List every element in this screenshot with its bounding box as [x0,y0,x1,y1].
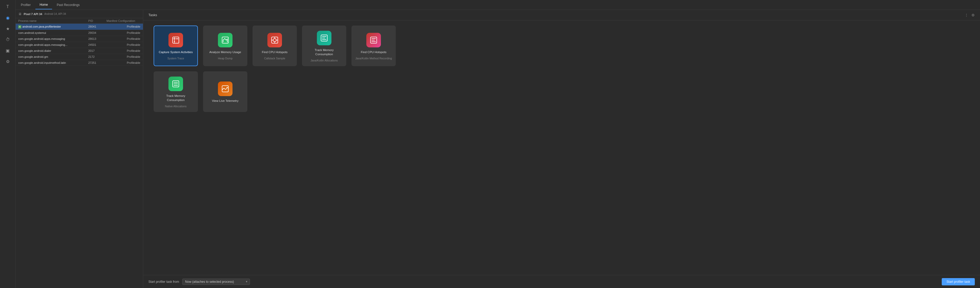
tabs-bar: ProfilerHomePast Recordings [16,0,980,10]
process-table: Aandroid.com.java.profilertester28041Pro… [16,24,143,288]
task-icon-system-trace [169,33,183,48]
android-icon: A [18,25,21,29]
process-manifest: Profileable [107,37,140,40]
task-title-live-telemetry: View Live Telemetry [212,99,239,103]
split-pane: 🖥 Pixel 7 API 34 Android 14, API 34 Proc… [16,10,980,288]
process-pid: 28613 [88,37,107,40]
device-name: Pixel 7 API 34 [24,13,42,16]
process-row[interactable]: com.google.android.apps.messaging28613Pr… [16,36,143,42]
process-manifest: Profileable [107,43,140,46]
dropdown-wrapper: Now (attaches to selected process)Proces… [182,278,250,285]
task-title-heap-dump: Analyze Memory Usage [209,50,241,54]
task-icon-java-kotlin-method [366,33,381,48]
task-card-java-kotlin-method[interactable]: Find CPU HotspotsJava/Kotlin Method Reco… [352,25,396,66]
col-manifest: Manifest Configuration [107,19,140,22]
process-table-header: Process name PID Manifest Configuration [16,18,143,24]
process-manifest: Profileable [107,31,140,34]
svg-point-3 [174,38,175,39]
tasks-grid: Capture System ActivitiesSystem Trace An… [143,20,980,275]
svg-point-8 [273,38,276,42]
task-subtitle-heap-dump: Heap Dump [218,57,232,60]
device-header: 🖥 Pixel 7 API 34 Android 14, API 34 [16,10,143,18]
sidebar: T◉★⏱▣⚙ [0,0,16,288]
tasks-title: Tasks [148,13,157,17]
tab-home[interactable]: Home [35,0,52,10]
bottom-bar: Start profiler task from Now (attaches t… [143,275,980,288]
tasks-row-1: Capture System ActivitiesSystem Trace An… [154,25,970,66]
col-process-name: Process name [18,19,88,22]
task-icon-callstack-sample [267,33,282,48]
tab-profiler[interactable]: Profiler [17,0,35,10]
profiler-task-dropdown[interactable]: Now (attaches to selected process)Proces… [182,278,250,285]
task-subtitle-system-trace: System Trace [167,57,184,60]
task-card-system-trace[interactable]: Capture System ActivitiesSystem Trace [154,25,198,66]
clock-icon[interactable]: ⏱ [3,35,13,44]
process-name: com.android.systemui [18,31,88,34]
process-row[interactable]: com.android.systemui29034Profileable [16,30,143,36]
process-row[interactable]: com.google.android.gm2172Profileable [16,54,143,60]
task-title-callstack-sample: Find CPU Hotspots [262,50,288,54]
tasks-row-2: Track Memory ConsumptionNative Allocatio… [154,72,970,112]
svg-point-5 [174,41,175,42]
device-icon: 🖥 [18,12,22,16]
profile-icon[interactable]: ◉ [3,13,13,22]
process-manifest: Profileable [107,25,140,29]
process-pid: 24501 [88,43,107,46]
process-name: com.google.android.apps.messaging... [18,43,88,46]
settings-icon[interactable]: ⚙ [3,57,13,66]
task-icon-live-telemetry [218,81,232,96]
process-name: com.google.android.apps.messaging [18,37,88,40]
task-icon-native-alloc [169,76,183,91]
task-subtitle-java-kotlin-alloc: Java/Kotlin Allocations [310,59,338,62]
tab-past-recordings[interactable]: Past Recordings [52,0,84,10]
monitor-icon[interactable]: ▣ [3,46,13,55]
task-subtitle-java-kotlin-method: Java/Kotlin Method Recording [355,57,392,60]
tasks-header: Tasks [143,10,980,20]
task-icon-java-kotlin-alloc [317,31,331,45]
text-tool-icon[interactable]: T [3,2,13,11]
svg-rect-0 [173,37,179,43]
process-row[interactable]: com.google.android.dialer2017Profileable [16,48,143,54]
process-pid: 2172 [88,55,107,58]
process-row[interactable]: Aandroid.com.java.profilertester28041Pro… [16,24,143,30]
process-manifest: Profileable [107,61,140,64]
task-icon-heap-dump [218,33,232,48]
tasks-panel: Tasks Capture System ActivitiesSystem Tr… [143,10,980,288]
process-row[interactable]: com.google.android.apps.messaging...2450… [16,42,143,48]
process-pid: 29034 [88,31,107,34]
process-name: com.google.android.gm [18,55,88,58]
more-options-icon[interactable]: ⋮ [964,13,969,18]
process-name: com.google.android.inputmethod.latin [18,61,88,64]
task-subtitle-native-alloc: Native Allocations [165,105,187,108]
star-icon[interactable]: ★ [3,24,13,33]
task-subtitle-callstack-sample: Callstack Sample [264,57,285,60]
task-card-live-telemetry[interactable]: View Live Telemetry [203,72,247,112]
app-wrapper: ProfilerHomePast Recordings ⋮ ⚙ 🖥 Pixel … [16,0,980,288]
process-row[interactable]: com.google.android.inputmethod.latin2725… [16,60,143,66]
process-panel: 🖥 Pixel 7 API 34 Android 14, API 34 Proc… [16,10,143,288]
task-title-system-trace: Capture System Activities [159,50,192,54]
process-name: Aandroid.com.java.profilertester [18,25,88,29]
svg-point-4 [177,38,178,39]
task-card-native-alloc[interactable]: Track Memory ConsumptionNative Allocatio… [154,72,198,112]
task-card-java-kotlin-alloc[interactable]: Track Memory ConsumptionJava/Kotlin Allo… [302,25,346,66]
process-manifest: Profileable [107,49,140,53]
task-title-native-alloc: Track Memory Consumption [157,94,194,102]
task-card-callstack-sample[interactable]: Find CPU HotspotsCallstack Sample [253,25,297,66]
col-pid: PID [88,19,107,22]
device-api: Android 14, API 34 [44,13,66,15]
top-right-buttons: ⋮ ⚙ [964,13,976,18]
process-pid: 2017 [88,49,107,53]
task-title-java-kotlin-method: Find CPU Hotspots [361,50,387,54]
task-title-java-kotlin-alloc: Track Memory Consumption [305,48,343,56]
settings-icon-top[interactable]: ⚙ [970,13,976,18]
start-label: Start profiler task from [148,280,179,283]
process-name: com.google.android.dialer [18,49,88,53]
process-manifest: Profileable [107,55,140,58]
process-pid: 27251 [88,61,107,64]
task-card-heap-dump[interactable]: Analyze Memory UsageHeap Dump [203,25,247,66]
start-profiler-button[interactable]: Start profiler task [942,278,975,285]
process-pid: 28041 [88,25,107,29]
